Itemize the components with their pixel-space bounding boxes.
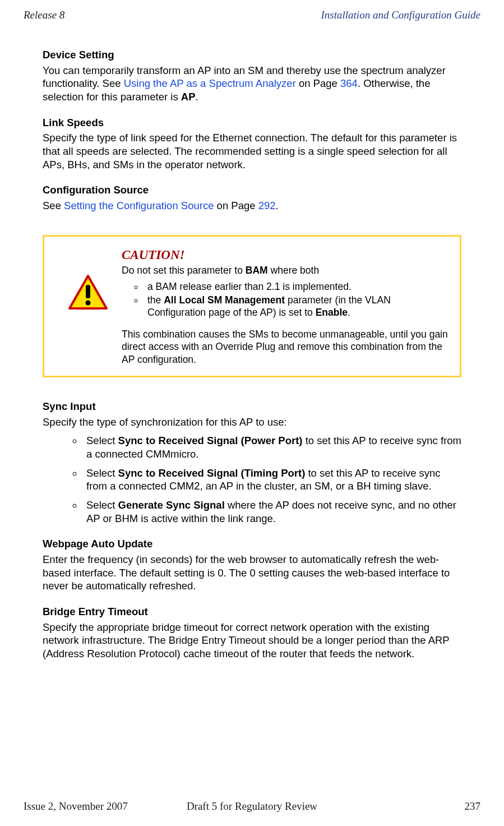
para-webpage-auto-update: Enter the frequency (in seconds) for the… — [43, 553, 461, 593]
text: on Page — [214, 200, 258, 211]
para-sync-intro: Specify the type of synchronization for … — [43, 416, 461, 429]
page-header: Release 8 Installation and Configuration… — [24, 9, 480, 21]
text: . — [348, 307, 350, 318]
svg-rect-1 — [86, 285, 90, 298]
list-item: Select Generate Sync Signal where the AP… — [83, 499, 461, 525]
header-left: Release 8 — [24, 9, 64, 21]
text: . — [195, 91, 198, 103]
header-right: Installation and Configuration Guide — [321, 9, 480, 21]
heading-webpage-auto-update: Webpage Auto Update — [43, 537, 461, 551]
sync-list: Select Sync to Received Signal (Power Po… — [43, 434, 461, 525]
text: the — [147, 294, 164, 306]
link-page-292[interactable]: 292 — [258, 200, 276, 211]
list-item: Select Sync to Received Signal (Power Po… — [83, 434, 461, 460]
heading-config-source: Configuration Source — [43, 183, 461, 197]
text: . — [276, 200, 279, 211]
caution-icon-cell — [54, 247, 122, 310]
footer-left: Issue 2, November 2007 — [24, 800, 128, 813]
caution-text: CAUTION! Do not set this parameter to BA… — [122, 247, 450, 366]
bold-generate-sync: Generate Sync Signal — [118, 499, 225, 511]
bold-ap: AP — [181, 91, 196, 103]
para-bridge-entry-timeout: Specify the appropriate bridge timeout f… — [43, 621, 461, 661]
text: where both — [268, 265, 319, 276]
caution-list: a BAM release earlier than 2.1 is implem… — [122, 280, 450, 319]
bold-enable: Enable — [316, 307, 348, 318]
text: Do not set this parameter to — [122, 265, 246, 276]
text: Select — [86, 499, 118, 511]
list-item: a BAM release earlier than 2.1 is implem… — [144, 280, 450, 293]
link-spectrum-analyzer[interactable]: Using the AP as a Spectrum Analyzer — [124, 77, 296, 89]
page-footer: Issue 2, November 2007 Draft 5 for Regul… — [24, 800, 480, 813]
bold-sync-power-port: Sync to Received Signal (Power Port) — [118, 435, 303, 446]
para-config-source: See Setting the Configuration Source on … — [43, 199, 461, 213]
list-item: the All Local SM Management parameter (i… — [144, 294, 450, 319]
svg-point-2 — [86, 300, 91, 305]
bold-all-local-sm: All Local SM Management — [164, 294, 285, 306]
text: on Page — [296, 77, 340, 89]
list-item: Select Sync to Received Signal (Timing P… — [83, 467, 461, 493]
para-device-setting: You can temporarily transform an AP into… — [43, 64, 461, 104]
heading-sync-input: Sync Input — [43, 400, 461, 413]
caution-para-1: Do not set this parameter to BAM where b… — [122, 264, 450, 276]
heading-bridge-entry-timeout: Bridge Entry Timeout — [43, 605, 461, 619]
text: Select — [86, 435, 118, 446]
link-page-364[interactable]: 364 — [340, 77, 358, 89]
caution-icon — [68, 275, 108, 310]
link-setting-config-source[interactable]: Setting the Configuration Source — [64, 200, 214, 211]
heading-device-setting: Device Setting — [43, 48, 461, 62]
heading-link-speeds: Link Speeds — [43, 116, 461, 130]
page-content: Device Setting You can temporarily trans… — [24, 48, 480, 661]
bold-bam: BAM — [246, 265, 268, 276]
text: See — [43, 200, 64, 211]
footer-page-number: 237 — [465, 800, 481, 813]
bold-sync-timing-port: Sync to Received Signal (Timing Port) — [118, 467, 306, 479]
caution-inner: CAUTION! Do not set this parameter to BA… — [44, 237, 460, 376]
caution-para-2: This combination causes the SMs to becom… — [122, 328, 450, 366]
para-link-speeds: Specify the type of link speed for the E… — [43, 131, 461, 171]
caution-title: CAUTION! — [122, 247, 450, 263]
caution-box: CAUTION! Do not set this parameter to BA… — [43, 235, 461, 377]
text: Select — [86, 467, 118, 479]
